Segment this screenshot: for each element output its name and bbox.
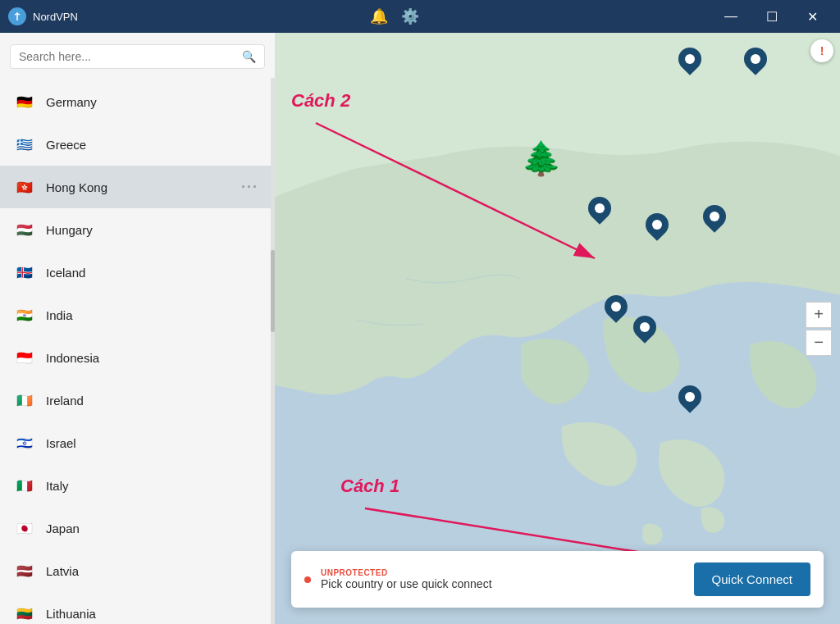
map-pin-7[interactable] [632, 316, 658, 348]
country-name-japan: Japan [46, 522, 262, 535]
exclamation-icon: ! [820, 44, 824, 57]
main-layout: 🔍 🇩🇪Germany🇬🇷Greece🇭🇰Hong Kong···🇭🇺Hunga… [0, 33, 840, 624]
map-background [275, 33, 840, 624]
country-name-greece: Greece [46, 138, 262, 152]
sidebar-item-iceland[interactable]: 🇮🇸Iceland [0, 251, 275, 294]
status-label: UNPROTECTED [321, 568, 684, 577]
titlebar-left: NordVPN [8, 7, 78, 25]
sidebar-item-italy[interactable]: 🇮🇹Italy [0, 464, 275, 507]
sidebar-item-germany[interactable]: 🇩🇪Germany [0, 80, 275, 123]
sidebar-item-latvia[interactable]: 🇱🇻Latvia [0, 549, 275, 592]
country-name-india: India [46, 308, 262, 322]
zoom-out-button[interactable]: − [806, 330, 832, 356]
country-name-iceland: Iceland [46, 266, 262, 280]
notification-icon[interactable]: 🔔 [370, 7, 388, 25]
flag-iceland: 🇮🇸 [13, 261, 36, 284]
app-title: NordVPN [33, 11, 78, 23]
sidebar: 🔍 🇩🇪Germany🇬🇷Greece🇭🇰Hong Kong···🇭🇺Hunga… [0, 33, 275, 624]
country-name-indonesia: Indonesia [46, 351, 262, 365]
tree-icon: 🌲 [521, 139, 562, 178]
map-pin-5[interactable] [701, 205, 728, 238]
flag-hong-kong: 🇭🇰 [13, 175, 36, 198]
status-message: Pick country or use quick connect [321, 577, 684, 590]
country-list: 🇩🇪Germany🇬🇷Greece🇭🇰Hong Kong···🇭🇺Hungary… [0, 80, 275, 624]
quick-connect-button[interactable]: Quick Connect [694, 563, 810, 596]
country-name-hong-kong: Hong Kong [46, 180, 228, 194]
window-controls: — ☐ ✕ [712, 0, 832, 33]
settings-icon[interactable]: ⚙️ [401, 7, 419, 25]
map-pin-3[interactable] [587, 197, 613, 230]
maximize-button[interactable]: ☐ [753, 0, 791, 33]
sidebar-item-ireland[interactable]: 🇮🇪Ireland [0, 379, 275, 421]
flag-greece: 🇬🇷 [13, 133, 36, 156]
flag-japan: 🇯🇵 [13, 517, 36, 540]
more-button-hong-kong[interactable]: ··· [238, 177, 262, 198]
flag-lithuania: 🇱🇹 [13, 602, 36, 624]
sidebar-item-india[interactable]: 🇮🇳India [0, 294, 275, 336]
country-name-israel: Israel [46, 436, 262, 450]
status-text: UNPROTECTED Pick country or use quick co… [321, 568, 684, 590]
flag-hungary: 🇭🇺 [13, 218, 36, 241]
flag-latvia: 🇱🇻 [13, 559, 36, 582]
flag-ireland: 🇮🇪 [13, 389, 36, 412]
country-name-hungary: Hungary [46, 223, 262, 237]
status-dot [304, 576, 311, 583]
sidebar-item-japan[interactable]: 🇯🇵Japan [0, 507, 275, 549]
map-pin-6[interactable] [603, 295, 629, 328]
map-pin-1[interactable] [677, 48, 703, 80]
flag-indonesia: 🇮🇩 [13, 346, 36, 369]
search-input[interactable] [19, 50, 237, 63]
zoom-in-button[interactable]: + [806, 302, 832, 328]
country-name-germany: Germany [46, 95, 262, 109]
flag-israel: 🇮🇱 [13, 431, 36, 454]
sidebar-item-indonesia[interactable]: 🇮🇩Indonesia [0, 336, 275, 379]
titlebar-icons: 🔔 ⚙️ [370, 7, 419, 25]
app-logo [8, 7, 26, 25]
titlebar: NordVPN 🔔 ⚙️ — ☐ ✕ [0, 0, 840, 33]
flag-germany: 🇩🇪 [13, 90, 36, 113]
flag-italy: 🇮🇹 [13, 474, 36, 497]
map-pin-4[interactable] [644, 213, 670, 246]
search-bar: 🔍 [0, 33, 275, 80]
sidebar-item-hong-kong[interactable]: 🇭🇰Hong Kong··· [0, 166, 275, 208]
flag-india: 🇮🇳 [13, 303, 36, 326]
search-wrap: 🔍 [10, 44, 265, 69]
map-notification-badge[interactable]: ! [810, 39, 833, 62]
country-name-italy: Italy [46, 479, 262, 493]
sidebar-item-lithuania[interactable]: 🇱🇹Lithuania [0, 592, 275, 624]
search-icon: 🔍 [242, 50, 256, 63]
country-name-lithuania: Lithuania [46, 607, 262, 621]
country-name-latvia: Latvia [46, 564, 262, 578]
map-pin-2[interactable] [742, 48, 769, 80]
sidebar-item-hungary[interactable]: 🇭🇺Hungary [0, 208, 275, 251]
map-area: 🌲 Cách 2 [275, 33, 840, 624]
zoom-controls: + − [806, 302, 832, 356]
country-name-ireland: Ireland [46, 394, 262, 408]
map-pin-8[interactable] [677, 385, 703, 418]
status-bar: UNPROTECTED Pick country or use quick co… [291, 551, 824, 608]
minimize-button[interactable]: — [712, 0, 750, 33]
close-button[interactable]: ✕ [794, 0, 832, 33]
sidebar-item-israel[interactable]: 🇮🇱Israel [0, 421, 275, 464]
sidebar-item-greece[interactable]: 🇬🇷Greece [0, 123, 275, 166]
